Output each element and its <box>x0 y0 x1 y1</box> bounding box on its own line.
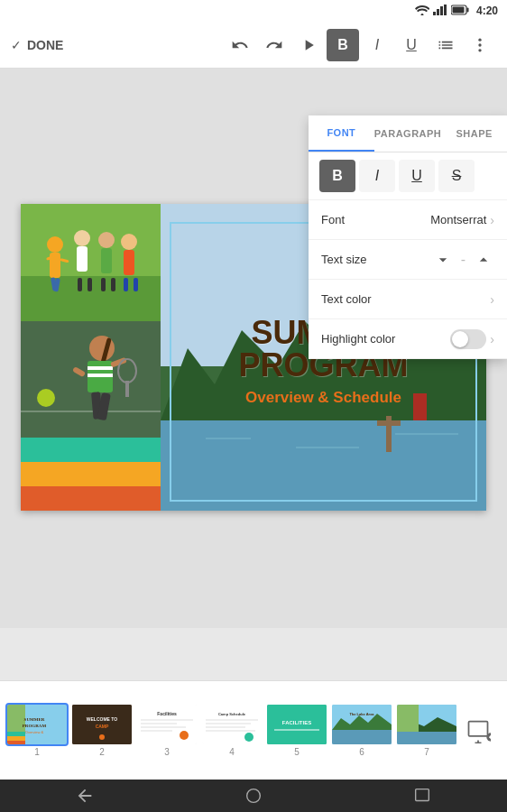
svg-rect-6 <box>452 7 464 14</box>
svg-text:Camp Schedule: Camp Schedule <box>218 712 246 716</box>
svg-text:PROGRAM: PROGRAM <box>23 724 47 728</box>
slide-thumb-7[interactable] <box>397 705 456 744</box>
toolbar: ✓ DONE B I U <box>0 22 507 69</box>
svg-text:WELCOME TO: WELCOME TO <box>87 716 117 722</box>
nav-bar <box>0 780 507 812</box>
svg-rect-36 <box>88 366 113 370</box>
thumb-num-2: 2 <box>99 747 105 757</box>
photo-children <box>21 204 161 321</box>
svg-rect-75 <box>141 726 186 728</box>
svg-rect-25 <box>101 278 106 291</box>
font-panel: FONT PARAGRAPH SHAPE B I U S Font Montse… <box>309 115 507 359</box>
strip-green <box>21 438 161 462</box>
svg-rect-2 <box>440 6 443 15</box>
italic-format-btn[interactable]: I <box>359 160 395 192</box>
thumb-container-3: Facilities 3 <box>137 705 197 757</box>
toolbar-actions: B I U <box>224 29 496 61</box>
svg-rect-96 <box>469 721 488 735</box>
strikethrough-format-btn[interactable]: S <box>438 160 475 192</box>
italic-button[interactable]: I <box>361 29 393 61</box>
svg-rect-19 <box>77 246 88 272</box>
highlight-color-label: Highlight color <box>321 332 450 346</box>
signal-icon <box>433 5 447 17</box>
svg-rect-80 <box>206 719 258 721</box>
thumb-container-7: 7 <box>397 705 456 757</box>
text-color-row[interactable]: Text color › <box>309 280 507 319</box>
svg-point-18 <box>74 230 90 246</box>
add-slide-button[interactable] <box>462 711 494 751</box>
text-size-label: Text size <box>321 253 432 266</box>
toggle-knob <box>452 331 468 347</box>
font-label: Font <box>321 213 430 226</box>
svg-rect-66 <box>7 741 25 744</box>
svg-rect-65 <box>7 736 25 741</box>
svg-rect-21 <box>78 278 82 291</box>
battery-icon <box>451 5 469 17</box>
slide-thumb-1[interactable]: SUMMER PROGRAM Overview & <box>7 705 67 744</box>
underline-format-btn[interactable]: U <box>399 160 435 192</box>
svg-rect-3 <box>444 5 447 15</box>
slide-thumb-3[interactable]: Facilities <box>137 705 197 744</box>
slide-thumb-6[interactable]: The Lake Area <box>332 705 392 744</box>
thumb-num-5: 5 <box>294 747 300 757</box>
redo-button[interactable] <box>258 29 290 61</box>
highlight-color-row[interactable]: Highlight color › <box>309 319 507 359</box>
slide-thumb-4[interactable]: Camp Schedule <box>202 705 262 744</box>
more-button[interactable] <box>464 29 496 61</box>
svg-rect-41 <box>125 381 129 397</box>
svg-rect-82 <box>206 726 245 728</box>
slide-thumb-2[interactable]: WELCOME TO CAMP <box>72 705 132 744</box>
format-list-button[interactable] <box>429 29 462 61</box>
underline-button[interactable]: U <box>395 29 428 61</box>
tab-shape[interactable]: SHAPE <box>441 115 507 152</box>
tab-font[interactable]: FONT <box>309 115 374 152</box>
font-row[interactable]: Font Montserrat › <box>309 200 507 240</box>
bold-format-btn[interactable]: B <box>319 160 355 192</box>
highlight-color-toggle[interactable] <box>450 329 486 349</box>
back-button[interactable] <box>75 786 95 806</box>
size-separator: - <box>461 252 466 268</box>
undo-button[interactable] <box>224 29 256 61</box>
play-button[interactable] <box>292 29 325 61</box>
text-color-label: Text color <box>321 292 486 306</box>
time-display: 4:20 <box>476 5 498 17</box>
svg-point-7 <box>478 38 481 41</box>
svg-text:Facilities: Facilities <box>157 711 177 716</box>
text-size-up-btn[interactable] <box>473 249 494 271</box>
slide-thumb-5[interactable]: FACILITIES <box>267 705 327 744</box>
photo-tennis-player <box>21 321 161 438</box>
svg-point-8 <box>478 43 481 46</box>
font-chevron-icon: › <box>490 213 494 227</box>
done-button[interactable]: ✓ DONE <box>11 38 63 52</box>
thumb-container-6: The Lake Area 6 <box>332 705 392 757</box>
svg-point-22 <box>98 232 115 248</box>
home-button[interactable] <box>244 786 263 806</box>
svg-text:SUMMER: SUMMER <box>24 717 45 722</box>
panel-tabs: FONT PARAGRAPH SHAPE <box>309 115 507 152</box>
svg-point-102 <box>247 789 261 803</box>
recent-apps-button[interactable] <box>412 786 432 806</box>
svg-point-9 <box>478 49 481 51</box>
svg-rect-93 <box>397 732 456 744</box>
text-size-down-btn[interactable] <box>432 249 454 271</box>
filmstrip: SUMMER PROGRAM Overview & 1 WELCOME TO C… <box>0 680 507 780</box>
wifi-icon <box>415 5 429 17</box>
check-icon: ✓ <box>11 38 22 52</box>
svg-rect-23 <box>101 248 112 273</box>
canvas-area: SUMMERPROGRAM Overview & Schedule TENNIS… <box>0 69 507 628</box>
thumb-container-1: SUMMER PROGRAM Overview & 1 <box>7 705 67 757</box>
text-size-row[interactable]: Text size - <box>309 240 507 280</box>
svg-text:FACILITIES: FACILITIES <box>282 720 311 725</box>
highlight-color-chevron-icon: › <box>490 332 494 346</box>
svg-rect-89 <box>332 730 392 744</box>
svg-text:The Lake Area: The Lake Area <box>349 712 374 716</box>
svg-rect-1 <box>437 9 439 15</box>
bold-button[interactable]: B <box>327 29 359 61</box>
svg-rect-76 <box>141 730 172 732</box>
svg-rect-103 <box>416 789 429 801</box>
slide-subtitle: Overview & Schedule <box>245 389 401 407</box>
tab-paragraph[interactable]: PARAGRAPH <box>374 115 442 152</box>
svg-point-26 <box>121 234 137 250</box>
text-size-controls: - <box>432 249 494 271</box>
strip-red <box>21 486 161 511</box>
